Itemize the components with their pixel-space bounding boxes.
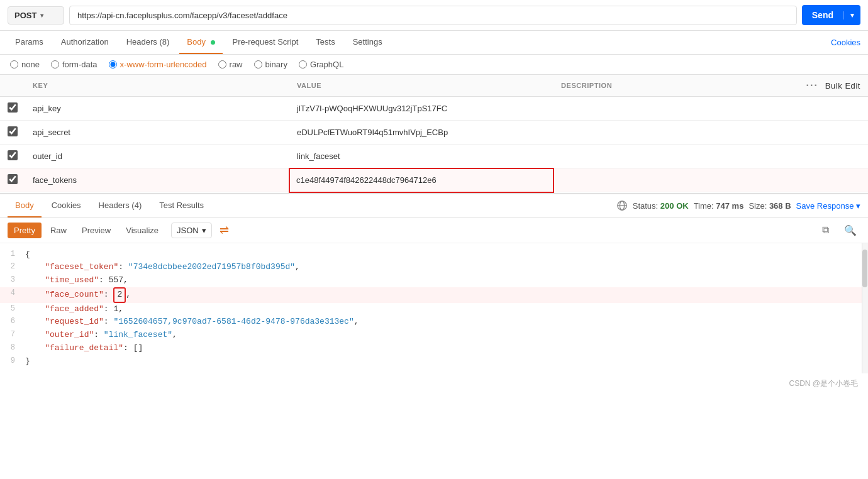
extra-cell-3 [755, 168, 868, 192]
checkbox-outer_id[interactable] [8, 150, 18, 160]
body-type-graphql[interactable]: GraphQL [299, 60, 343, 69]
extra-cell-0 [755, 97, 868, 121]
chevron-down-icon: ▾ [40, 12, 43, 19]
resp-tab-body[interactable]: Body [8, 194, 42, 217]
fmt-tab-visualize[interactable]: Visualize [120, 223, 165, 238]
json-format-select[interactable]: JSON ▾ [171, 223, 212, 238]
cookies-link[interactable]: Cookies [831, 31, 860, 53]
col-key-header: KEY [25, 75, 289, 97]
request-tabs: Params Authorization Headers (8) Body Pr… [0, 31, 868, 55]
tab-params[interactable]: Params [8, 31, 51, 54]
checkbox-face_tokens[interactable] [8, 174, 18, 184]
send-button[interactable]: Send ▾ [802, 5, 860, 25]
checkbox-api_key[interactable] [8, 102, 18, 113]
row-checkbox-2 [0, 145, 25, 168]
col-value-header: VALUE [289, 75, 554, 97]
search-icon[interactable]: 🔍 [840, 222, 860, 239]
tab-authorization[interactable]: Authorization [53, 31, 116, 54]
tab-settings[interactable]: Settings [345, 31, 390, 54]
json-code-block: 1{2 "faceset_token": "734e8dcbbee2002ed7… [0, 248, 868, 368]
fmt-tab-preview[interactable]: Preview [75, 223, 117, 238]
tab-headers-label: Headers (8) [126, 37, 170, 47]
code-line-5: 5 "face_added": 1, [0, 303, 868, 316]
resp-tab-test-results[interactable]: Test Results [152, 194, 211, 217]
code-line-7: 7 "outer_id": "link_faceset", [0, 329, 868, 342]
scrollbar-thumb[interactable] [862, 250, 867, 287]
resp-tab-cookies[interactable]: Cookies [44, 194, 89, 217]
desc-cell-api_key [554, 97, 755, 121]
extra-cell-2 [755, 145, 868, 168]
code-line-1: 1{ [0, 248, 868, 262]
code-line-2: 2 "faceset_token": "734e8dcbbee2002ed719… [0, 261, 868, 274]
body-type-none[interactable]: none [10, 60, 40, 69]
tab-settings-label: Settings [353, 37, 382, 47]
col-check-header [0, 75, 25, 97]
tab-authorization-label: Authorization [61, 37, 109, 47]
send-label: Send [802, 10, 843, 20]
bulk-edit-button[interactable]: Bulk Edit [825, 81, 860, 91]
body-type-urlencoded[interactable]: x-www-form-urlencoded [109, 60, 207, 69]
desc-cell-api_secret [554, 121, 755, 145]
checkbox-api_secret[interactable] [8, 126, 18, 136]
value-cell-outer_id[interactable]: link_faceset [289, 145, 554, 168]
scrollbar[interactable] [862, 243, 868, 373]
more-options-icon[interactable]: ··· [806, 80, 818, 91]
status-label: Status: 200 OK [633, 201, 689, 211]
tab-body-label: Body [187, 37, 206, 47]
key-cell-outer_id: outer_id [25, 145, 289, 168]
fmt-tab-raw[interactable]: Raw [44, 223, 73, 238]
url-input[interactable] [69, 6, 797, 25]
watermark: CSDN @是个小卷毛 [0, 373, 868, 394]
code-line-3: 3 "time_used": 557, [0, 274, 868, 287]
desc-cell-outer_id [554, 145, 755, 168]
value-cell-api_key[interactable]: jlTzV7I-pWQoqHFXWUUgv312jTpS17FC [289, 97, 554, 121]
send-chevron-icon[interactable]: ▾ [843, 11, 860, 19]
body-type-binary[interactable]: binary [254, 60, 287, 69]
save-response-button[interactable]: Save Response ▾ [796, 201, 860, 211]
body-type-form-data[interactable]: form-data [51, 60, 97, 69]
col-actions-header: ··· Bulk Edit [755, 75, 868, 97]
copy-icon[interactable]: ⧉ [818, 222, 833, 239]
body-type-raw[interactable]: raw [218, 60, 243, 69]
code-line-4: 4 "face_count": 2, [0, 287, 868, 303]
method-label: POST [14, 11, 36, 20]
tab-pre-request[interactable]: Pre-request Script [225, 31, 306, 54]
response-format-row: Pretty Raw Preview Visualize JSON ▾ ⇌ ⧉ … [0, 218, 868, 243]
response-status-area: Status: 200 OK Time: 747 ms Size: 368 B … [616, 200, 860, 211]
resp-tab-headers[interactable]: Headers (4) [91, 194, 150, 217]
json-chevron-icon: ▾ [202, 226, 206, 235]
tab-body[interactable]: Body [179, 31, 222, 54]
status-200-text: 200 OK [660, 201, 689, 211]
time-label: Time: 747 ms [694, 201, 744, 211]
size-label: Size: 368 B [748, 201, 791, 211]
response-tabs: Body Cookies Headers (4) Test Results St… [0, 193, 868, 218]
tab-pre-request-label: Pre-request Script [233, 37, 299, 47]
tab-tests-label: Tests [316, 37, 335, 47]
wrap-icon[interactable]: ⇌ [220, 223, 229, 237]
response-code-area: 1{2 "faceset_token": "734e8dcbbee2002ed7… [0, 243, 868, 373]
row-checkbox-3 [0, 168, 25, 192]
row-checkbox-1 [0, 121, 25, 145]
tab-tests[interactable]: Tests [308, 31, 342, 54]
top-bar: POST ▾ Send ▾ [0, 0, 868, 31]
value-cell-api_secret[interactable]: eDULPcfETWuoRT9I4q51mvhIVpj_ECBp [289, 121, 554, 145]
key-cell-api_key: api_key [25, 97, 289, 121]
method-select[interactable]: POST ▾ [8, 6, 64, 25]
code-line-8: 8 "failure_detail": [] [0, 342, 868, 355]
col-desc-header: DESCRIPTION [554, 75, 755, 97]
params-table: KEY VALUE DESCRIPTION ··· Bulk Edit api_… [0, 75, 868, 193]
fmt-tab-pretty[interactable]: Pretty [8, 223, 42, 238]
tab-headers[interactable]: Headers (8) [119, 31, 177, 54]
request-body-table: KEY VALUE DESCRIPTION ··· Bulk Edit api_… [0, 75, 868, 193]
body-type-row: none form-data x-www-form-urlencoded raw… [0, 55, 868, 75]
code-line-6: 6 "request_id": "1652604657,9c970ad7-658… [0, 316, 868, 329]
body-active-dot [211, 40, 215, 45]
key-cell-api_secret: api_secret [25, 121, 289, 145]
desc-cell-face_tokens [554, 168, 755, 192]
tab-params-label: Params [15, 37, 43, 47]
code-line-9: 9} [0, 355, 868, 368]
globe-icon [616, 200, 628, 211]
row-checkbox-0 [0, 97, 25, 121]
key-cell-face_tokens: face_tokens [25, 168, 289, 192]
value-cell-face_tokens[interactable]: c1e48f44974f842622448dc7964712e6 [289, 168, 554, 192]
